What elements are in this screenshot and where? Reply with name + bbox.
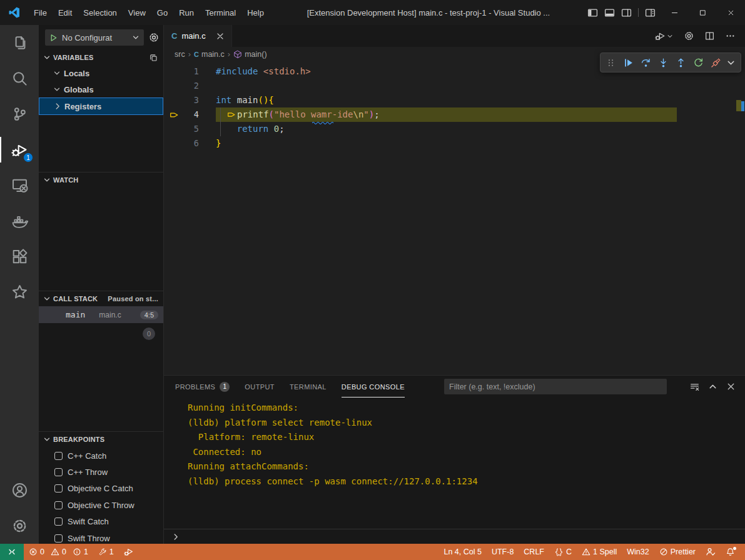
checkbox[interactable] (54, 468, 63, 476)
menu-view[interactable]: View (123, 6, 151, 20)
breakpoint-gutter[interactable] (164, 64, 183, 79)
menu-terminal[interactable]: Terminal (200, 6, 241, 20)
breadcrumb-item-main-c[interactable]: Cmain.c (194, 50, 225, 59)
breakpoint-swift-catch[interactable]: Swift Catch (39, 514, 163, 530)
run-or-debug-button[interactable] (655, 31, 674, 41)
customize-layout-icon[interactable] (645, 8, 656, 18)
close-window-button[interactable] (717, 0, 745, 25)
chevron-down-icon (43, 176, 51, 184)
minimize-button[interactable] (661, 0, 689, 25)
copy-icon[interactable] (149, 53, 158, 62)
cursor-position[interactable]: Ln 4, Col 5 (438, 544, 486, 560)
panel-tab-problems[interactable]: PROBLEMS1 (175, 376, 230, 398)
breakpoint-gutter[interactable] (164, 79, 183, 93)
activity-item-docker[interactable] (0, 203, 39, 239)
activity-item-remote-explorer[interactable] (0, 168, 39, 203)
activity-item-accounts[interactable] (0, 472, 39, 508)
platform-status[interactable]: Win32 (622, 544, 654, 560)
debug-continue-button[interactable] (620, 54, 637, 71)
activity-item-explorer[interactable] (0, 25, 39, 61)
remote-indicator[interactable] (0, 544, 24, 560)
code-line-text[interactable]: int main(){ (216, 93, 274, 108)
debug-step-into-button[interactable] (655, 54, 672, 71)
debug-more-button[interactable] (725, 54, 736, 71)
maximize-button[interactable] (689, 0, 717, 25)
variables-item-globals[interactable]: Globals (39, 81, 163, 98)
code-editor[interactable]: 1#include <stdio.h>23int main(){4printf(… (164, 61, 745, 375)
close-panel-icon[interactable] (726, 381, 736, 392)
step-over-icon (641, 58, 651, 68)
variables-item-registers[interactable]: Registers (39, 98, 163, 115)
checkbox[interactable] (54, 534, 63, 542)
activity-item-extensions[interactable] (0, 239, 39, 274)
debug-step-over-button[interactable] (637, 54, 654, 71)
menu-edit[interactable]: Edit (53, 6, 78, 20)
panel-tab-debug-console[interactable]: DEBUG CONSOLE (342, 376, 405, 398)
breakpoint-gutter[interactable] (164, 108, 183, 122)
breakpoint-gutter[interactable] (164, 93, 183, 108)
menu-help[interactable]: Help (241, 6, 270, 20)
checkbox[interactable] (54, 452, 63, 460)
panel-tab-output[interactable]: OUTPUT (245, 376, 275, 398)
menu-file[interactable]: File (28, 6, 53, 20)
debug-step-out-button[interactable] (672, 54, 689, 71)
spell-status[interactable]: 1 Spell (577, 544, 622, 560)
breakpoint-objective-c-throw[interactable]: Objective C Throw (39, 497, 163, 513)
activity-item-search[interactable] (0, 61, 39, 96)
code-line-text[interactable]: return 0; (216, 122, 285, 136)
debug-console-input[interactable] (164, 529, 745, 544)
menu-go[interactable]: Go (151, 6, 173, 20)
code-line-text[interactable]: } (216, 136, 221, 151)
code-line-text[interactable]: #include <stdio.h> (216, 64, 311, 79)
problems-status[interactable]: 0 0 1 (24, 544, 93, 560)
breakpoints-section-header[interactable]: BREAKPOINTS (39, 431, 163, 446)
feedback-button[interactable] (701, 544, 721, 560)
split-editor-icon[interactable] (704, 31, 715, 41)
launch-settings-gear-icon[interactable] (148, 32, 160, 43)
prettier-status[interactable]: Prettier (654, 544, 701, 560)
call-stack-frame-main[interactable]: main main.c 4:5 (39, 306, 163, 323)
debug-restart-button[interactable] (690, 54, 707, 71)
breakpoint-gutter[interactable] (164, 136, 183, 151)
toggle-sidebar-icon[interactable] (587, 8, 598, 18)
tasks-status[interactable]: 1 (93, 544, 119, 560)
breakpoint-swift-throw[interactable]: Swift Throw (39, 530, 163, 544)
menu-selection[interactable]: Selection (78, 6, 122, 20)
language-mode[interactable]: C (549, 544, 577, 560)
clear-console-icon[interactable] (689, 381, 700, 392)
panel-tab-terminal[interactable]: TERMINAL (290, 376, 327, 398)
breakpoint-gutter[interactable] (164, 122, 183, 136)
breakpoint-objective-c-catch[interactable]: Objective C Catch (39, 481, 163, 497)
tab-close-icon[interactable] (215, 31, 225, 41)
toggle-secondary-sidebar-icon[interactable] (621, 8, 632, 18)
menu-run[interactable]: Run (173, 6, 200, 20)
breakpoint-c-catch[interactable]: C++ Catch (39, 448, 163, 464)
checkbox[interactable] (54, 518, 63, 526)
maximize-panel-icon[interactable] (707, 381, 718, 392)
notifications-bell[interactable] (721, 544, 740, 560)
debug-session-status[interactable] (119, 544, 139, 560)
breakpoint-c-throw[interactable]: C++ Throw (39, 464, 163, 480)
breadcrumb-item-src[interactable]: src (175, 50, 185, 59)
eol-status[interactable]: CRLF (519, 544, 549, 560)
more-actions-icon[interactable] (725, 31, 736, 41)
toggle-panel-icon[interactable] (604, 8, 615, 18)
variables-item-locals[interactable]: Locals (39, 65, 163, 81)
encoding-status[interactable]: UTF-8 (487, 544, 519, 560)
activity-item-favorites[interactable] (0, 274, 39, 310)
breadcrumb-item-main-[interactable]: main() (233, 50, 266, 59)
run-config-dropdown[interactable]: No Configurat (45, 29, 144, 46)
console-filter-input[interactable] (444, 379, 667, 394)
code-line-text[interactable]: printf("hello wamr-ide\n"); (216, 108, 677, 122)
tab-main-c[interactable]: C main.c (164, 25, 232, 47)
watch-section-header[interactable]: WATCH (39, 172, 163, 187)
variables-section-header[interactable]: VARIABLES (39, 50, 163, 65)
checkbox[interactable] (54, 484, 63, 492)
editor-settings-gear-icon[interactable] (684, 31, 694, 41)
activity-item-run-and-debug[interactable]: 1 (0, 132, 39, 168)
activity-item-source-control[interactable] (0, 96, 39, 132)
debug-disconnect-button[interactable] (707, 54, 724, 71)
activity-item-settings[interactable] (0, 508, 39, 544)
call-stack-section-header[interactable]: CALL STACK Paused on st... (39, 291, 163, 306)
checkbox[interactable] (54, 501, 63, 509)
